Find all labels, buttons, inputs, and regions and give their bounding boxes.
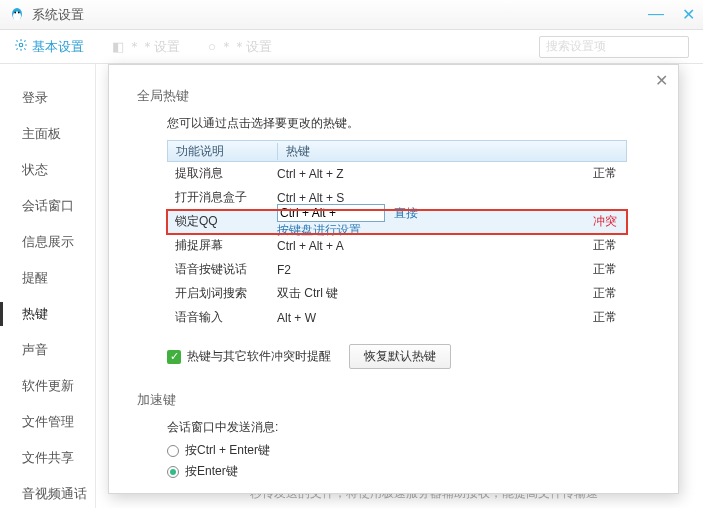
search-placeholder: 搜索设置项 (546, 38, 606, 55)
app-icon (8, 6, 26, 24)
conflict-checkbox-label: 热键与其它软件冲突时提醒 (187, 348, 331, 365)
lock-icon: ○ (208, 39, 216, 54)
sidebar-item-update[interactable]: 软件更新 (0, 368, 95, 404)
tab-basic-settings[interactable]: 基本设置 (14, 38, 84, 56)
hotkey-row-editing[interactable]: 锁定QQ 直接按键盘进行设置 冲突 (167, 210, 627, 234)
check-icon: ✓ (167, 350, 181, 364)
content-area: 登录 主面板 状态 会话窗口 信息展示 提醒 热键 声音 软件更新 文件管理 文… (0, 64, 703, 508)
sidebar-item-sound[interactable]: 声音 (0, 332, 95, 368)
toolbar: 基本设置 ◧ ＊＊设置 ○ ＊＊设置 搜索设置项 (0, 30, 703, 64)
titlebar: 系统设置 — ✕ (0, 0, 703, 30)
hotkey-row[interactable]: 捕捉屏幕 Ctrl + Alt + A 正常 (167, 234, 627, 258)
radio-enter-label: 按Enter键 (185, 463, 238, 480)
sidebar-item-reminder[interactable]: 提醒 (0, 260, 95, 296)
svg-point-2 (14, 11, 16, 13)
sidebar-item-avcall[interactable]: 音视频通话 (0, 476, 95, 508)
radio-icon (167, 445, 179, 457)
window-controls: — ✕ (648, 5, 695, 24)
svg-point-3 (18, 11, 20, 13)
tab-basic-label: 基本设置 (32, 38, 84, 56)
sidebar-item-mainpanel[interactable]: 主面板 (0, 116, 95, 152)
restore-defaults-button[interactable]: 恢复默认热键 (349, 344, 451, 369)
hotkey-input[interactable] (277, 204, 385, 222)
radio-ctrl-enter-label: 按Ctrl + Enter键 (185, 442, 270, 459)
sidebar-item-hotkeys[interactable]: 热键 (0, 296, 95, 332)
conflict-row: ✓ 热键与其它软件冲突时提醒 恢复默认热键 (167, 344, 650, 369)
accelerator-section: 加速键 会话窗口中发送消息: 按Ctrl + Enter键 按Enter键 (137, 391, 650, 480)
svg-point-1 (13, 11, 21, 20)
sidebar-item-infodisplay[interactable]: 信息展示 (0, 224, 95, 260)
radio-enter[interactable]: 按Enter键 (167, 463, 650, 480)
hotkey-row[interactable]: 开启划词搜索 双击 Ctrl 键 正常 (167, 282, 627, 306)
hotkeys-dialog: ✕ 全局热键 您可以通过点击选择要更改的热键。 功能说明 热键 提取消息 Ctr… (108, 64, 679, 494)
dialog-close-icon[interactable]: ✕ (655, 71, 668, 90)
col-func: 功能说明 (168, 143, 278, 160)
gear-icon (14, 38, 28, 55)
close-button[interactable]: ✕ (682, 5, 695, 24)
svg-point-4 (19, 43, 23, 47)
tab-secondary[interactable]: ◧ ＊＊设置 (112, 38, 180, 56)
status-conflict: 冲突 (427, 213, 627, 230)
hotkey-row[interactable]: 语音按键说话 F2 正常 (167, 258, 627, 282)
sidebar-item-status[interactable]: 状态 (0, 152, 95, 188)
hotkey-table: 功能说明 热键 提取消息 Ctrl + Alt + Z 正常 打开消息盒子 Ct… (167, 140, 627, 330)
hotkey-row[interactable]: 语音输入 Alt + W 正常 (167, 306, 627, 330)
conflict-checkbox[interactable]: ✓ 热键与其它软件冲突时提醒 (167, 348, 331, 365)
accel-sub: 会话窗口中发送消息: (167, 419, 650, 436)
shield-icon: ◧ (112, 39, 124, 54)
search-input[interactable]: 搜索设置项 (539, 36, 689, 58)
radio-icon (167, 466, 179, 478)
sidebar-item-fileshare[interactable]: 文件共享 (0, 440, 95, 476)
hotkeys-note: 您可以通过点击选择要更改的热键。 (167, 115, 650, 132)
accel-title: 加速键 (137, 391, 650, 409)
minimize-button[interactable]: — (648, 5, 664, 24)
hotkey-row[interactable]: 提取消息 Ctrl + Alt + Z 正常 (167, 162, 627, 186)
sidebar-item-login[interactable]: 登录 (0, 80, 95, 116)
tab-tertiary[interactable]: ○ ＊＊设置 (208, 38, 272, 56)
hotkey-table-header: 功能说明 热键 (167, 140, 627, 162)
radio-ctrl-enter[interactable]: 按Ctrl + Enter键 (167, 442, 650, 459)
col-key: 热键 (278, 143, 626, 160)
sidebar-item-chatwindow[interactable]: 会话窗口 (0, 188, 95, 224)
sidebar: 登录 主面板 状态 会话窗口 信息展示 提醒 热键 声音 软件更新 文件管理 文… (0, 64, 96, 508)
window-title: 系统设置 (32, 6, 84, 24)
sidebar-item-filemanage[interactable]: 文件管理 (0, 404, 95, 440)
global-hotkeys-title: 全局热键 (137, 87, 650, 105)
